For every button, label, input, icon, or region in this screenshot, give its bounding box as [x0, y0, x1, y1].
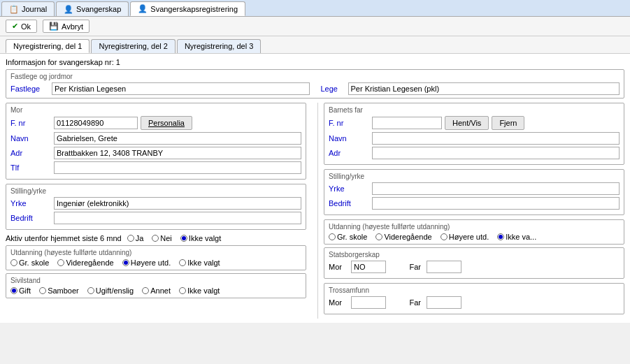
- tab-journal[interactable]: 📋 Journal: [1, 1, 55, 16]
- lege-input[interactable]: [348, 82, 620, 95]
- mor-yrke-label: Yrke: [10, 199, 51, 208]
- mor-navn-label: Navn: [10, 134, 51, 143]
- statsborgerskap-section: Statsborgerskap Mor Far: [324, 247, 624, 279]
- siv-gift-radio[interactable]: [10, 287, 17, 294]
- mor-tlf-input[interactable]: [54, 161, 301, 174]
- utd-mor-ikke[interactable]: Ikke valgt: [179, 259, 220, 267]
- utd-far-ikke-radio[interactable]: [497, 233, 504, 240]
- utd-mor-ikke-radio[interactable]: [179, 259, 186, 266]
- mor-yrke-input[interactable]: [54, 197, 301, 210]
- utd-mor-gr[interactable]: Gr. skole: [10, 259, 49, 267]
- svangerskap-icon: 👤: [64, 5, 73, 14]
- tros-mor-label: Mor: [329, 298, 348, 307]
- sivilstand-section: Sivilstand Gift Samboer Ugift/enslig: [6, 273, 306, 298]
- far-yrke-input[interactable]: [372, 182, 620, 195]
- journal-icon: 📋: [9, 5, 19, 14]
- siv-samboer-radio[interactable]: [39, 287, 46, 294]
- siv-ugift[interactable]: Ugift/enslig: [87, 286, 134, 295]
- svangerskapsreg-icon: 👤: [138, 4, 148, 13]
- utd-far-vg[interactable]: Videregående: [375, 233, 431, 241]
- mor-adr-label: Adr: [10, 149, 51, 157]
- utd-mor-vg[interactable]: Videregående: [57, 259, 113, 267]
- far-fnr-label: F. nr: [329, 119, 369, 127]
- mor-stilling-section: Stilling/yrke Yrke Bedrift: [6, 184, 306, 230]
- siv-annet[interactable]: Annet: [142, 286, 171, 295]
- aktiv-ikke-valgt[interactable]: Ikke valgt: [180, 234, 221, 242]
- trossamfunn-section: Trossamfunn Mor Far: [324, 283, 624, 314]
- utdanning-far-label: Utdanning (høyeste fullførte utdanning): [329, 223, 620, 231]
- aktiv-nei[interactable]: Nei: [152, 234, 172, 242]
- mor-yrke-row: Yrke: [10, 197, 301, 210]
- right-column: Barnets far F. nr Hent/Vis Fjern Navn: [317, 103, 624, 319]
- siv-gift[interactable]: Gift: [10, 286, 31, 295]
- ok-button[interactable]: ✔ Ok: [6, 20, 37, 33]
- barnets-far-label: Barnets far: [329, 106, 620, 114]
- siv-annet-radio[interactable]: [142, 287, 149, 294]
- aktiv-ikke-valgt-radio[interactable]: [180, 235, 187, 242]
- mor-section-label: Mor: [10, 106, 301, 114]
- utd-far-hoyere[interactable]: Høyere utd.: [441, 233, 489, 241]
- aktiv-ja-radio[interactable]: [127, 235, 134, 242]
- aktiv-ja[interactable]: Ja: [127, 234, 144, 242]
- hent-vis-button[interactable]: Hent/Vis: [445, 116, 489, 130]
- utdanning-far-section: Utdanning (høyeste fullførte utdanning) …: [324, 219, 624, 245]
- siv-ikke-valgt-radio[interactable]: [179, 287, 186, 294]
- mor-bedrift-input[interactable]: [54, 212, 301, 224]
- main-content: Informasjon for svangerskap nr: 1 Fastle…: [0, 54, 630, 323]
- sub-tab-del3[interactable]: Nyregistrering, del 3: [177, 39, 261, 53]
- far-bedrift-input[interactable]: [372, 197, 620, 210]
- fastlege-section: Fastlege og jordmor Fastlege Lege: [6, 69, 624, 99]
- stats-far-input[interactable]: [427, 261, 461, 273]
- far-fnr-input[interactable]: [372, 117, 442, 129]
- mor-adr-input[interactable]: [54, 147, 301, 159]
- aktiv-section: Aktiv utenfor hjemmet siste 6 mnd Ja Nei…: [6, 234, 306, 242]
- fastlege-input[interactable]: [52, 82, 310, 95]
- siv-ikke-valgt[interactable]: Ikke valgt: [179, 286, 220, 295]
- utd-mor-gr-radio[interactable]: [10, 259, 17, 266]
- tab-svangerskap-label: Svangerskap: [76, 5, 121, 13]
- barnets-far-section: Barnets far F. nr Hent/Vis Fjern Navn: [324, 103, 624, 165]
- siv-samboer[interactable]: Samboer: [39, 286, 79, 295]
- cancel-button[interactable]: 💾 Avbryt: [43, 20, 90, 33]
- utd-far-gr[interactable]: Gr. skole: [329, 233, 367, 241]
- utd-far-ikke[interactable]: Ikke va...: [497, 233, 536, 241]
- utd-far-gr-radio[interactable]: [329, 233, 336, 240]
- mor-bedrift-label: Bedrift: [10, 214, 51, 222]
- utd-far-vg-radio[interactable]: [375, 233, 382, 240]
- toolbar: ✔ Ok 💾 Avbryt: [0, 17, 630, 36]
- utd-far-hoyere-radio[interactable]: [441, 233, 448, 240]
- tab-svangerskapsregistrering[interactable]: 👤 Svangerskapsregistrering: [130, 1, 245, 16]
- sivilstand-label: Sivilstand: [10, 277, 301, 284]
- siv-ugift-radio[interactable]: [87, 287, 94, 294]
- tab-journal-label: Journal: [22, 5, 47, 13]
- mor-bedrift-row: Bedrift: [10, 212, 301, 224]
- personalia-button[interactable]: Personalia: [141, 116, 192, 130]
- ok-label: Ok: [21, 22, 31, 31]
- stats-mor-input[interactable]: [351, 261, 386, 273]
- mor-fnr-input[interactable]: [54, 117, 138, 129]
- aktiv-label: Aktiv utenfor hjemmet siste 6 mnd: [6, 234, 122, 242]
- utd-mor-hoyere[interactable]: Høyere utd.: [122, 259, 171, 267]
- tros-mor-input[interactable]: [351, 296, 386, 309]
- sub-tab-bar: Nyregistrering, del 1 Nyregistrering, de…: [0, 36, 630, 54]
- info-label: Informasjon for svangerskap nr: 1: [6, 58, 624, 66]
- tros-far-input[interactable]: [427, 296, 461, 309]
- far-fnr-row: F. nr Hent/Vis Fjern: [329, 116, 620, 130]
- sivilstand-radio-group: Gift Samboer Ugift/enslig Annet: [10, 286, 301, 295]
- aktiv-nei-radio[interactable]: [152, 235, 159, 242]
- stats-mor-label: Mor: [329, 263, 348, 271]
- tab-svangerskap[interactable]: 👤 Svangerskap: [56, 1, 129, 16]
- sub-tab-del1[interactable]: Nyregistrering, del 1: [6, 39, 90, 53]
- utd-mor-vg-radio[interactable]: [57, 259, 64, 266]
- utd-mor-hoyere-radio[interactable]: [122, 259, 129, 266]
- fjern-button[interactable]: Fjern: [492, 116, 524, 130]
- sub-tab-del2[interactable]: Nyregistrering, del 2: [91, 39, 175, 53]
- far-navn-input[interactable]: [372, 132, 620, 145]
- mor-adr-row: Adr: [10, 147, 301, 159]
- far-adr-row: Adr: [329, 147, 620, 159]
- mor-navn-input[interactable]: [54, 132, 301, 145]
- lege-label: Lege: [321, 85, 345, 93]
- ok-icon: ✔: [12, 22, 18, 31]
- far-adr-input[interactable]: [372, 147, 620, 159]
- tros-row: Mor Far: [329, 296, 620, 309]
